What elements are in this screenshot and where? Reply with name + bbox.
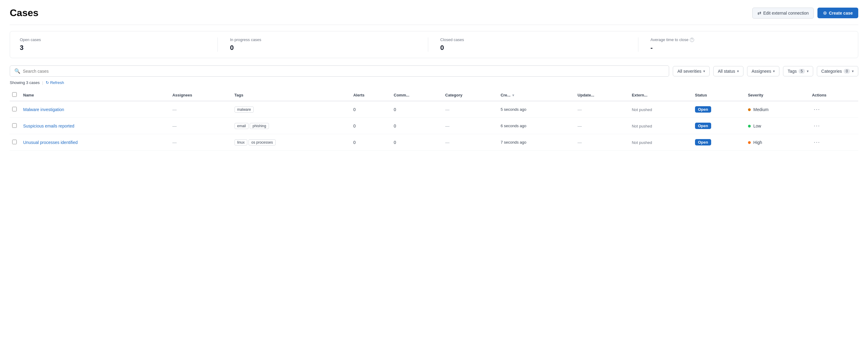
select-all-col bbox=[10, 89, 21, 101]
row-external: Not pushed bbox=[629, 134, 692, 151]
col-category: Category bbox=[443, 89, 498, 101]
row-alerts: 0 bbox=[351, 118, 391, 134]
showing-row: Showing 3 cases | ↻ Refresh bbox=[10, 81, 858, 85]
row-category: — bbox=[443, 134, 498, 151]
filters-row: 🔍 All severities ▾ All status ▾ Assignee… bbox=[10, 65, 858, 77]
row-actions: ··· bbox=[809, 118, 858, 134]
page-header: Cases ⇄ Edit external connection ⊕ Creat… bbox=[10, 7, 858, 19]
status-filter[interactable]: All status ▾ bbox=[713, 66, 743, 76]
chevron-down-icon: ▾ bbox=[737, 69, 739, 73]
connection-icon: ⇄ bbox=[757, 10, 762, 16]
row-actions-button[interactable]: ··· bbox=[812, 138, 822, 146]
row-checkbox-cell bbox=[10, 118, 21, 134]
row-actions-button[interactable]: ··· bbox=[812, 122, 822, 130]
row-actions-button[interactable]: ··· bbox=[812, 105, 822, 113]
tag-badge: phishing bbox=[250, 123, 269, 129]
chevron-down-icon: ▾ bbox=[703, 69, 705, 73]
tag-badge: malware bbox=[235, 106, 254, 113]
tags-count-badge: 5 bbox=[799, 69, 805, 74]
col-name[interactable]: Name bbox=[21, 89, 170, 101]
header-divider bbox=[10, 25, 858, 25]
row-checkbox-cell bbox=[10, 134, 21, 151]
severity-dot bbox=[748, 141, 751, 144]
col-external: Extern... bbox=[629, 89, 692, 101]
search-box[interactable]: 🔍 bbox=[10, 65, 669, 77]
table-header-row: Name Assignees Tags Alerts Comm... Categ… bbox=[10, 89, 858, 101]
row-created: 6 seconds ago bbox=[498, 118, 575, 134]
row-updated: — bbox=[575, 118, 629, 134]
row-tags: malware bbox=[232, 101, 351, 118]
assignees-filter[interactable]: Assignees ▾ bbox=[747, 66, 780, 76]
row-created: 5 seconds ago bbox=[498, 101, 575, 118]
severity-filter[interactable]: All severities ▾ bbox=[673, 66, 710, 76]
row-status: Open bbox=[692, 101, 746, 118]
avg-close-stat: Average time to close ? - bbox=[638, 37, 848, 52]
row-comments: 0 bbox=[391, 134, 443, 151]
row-severity: High bbox=[746, 134, 809, 151]
row-actions: ··· bbox=[809, 101, 858, 118]
severity-dot bbox=[748, 125, 751, 128]
row-checkbox[interactable] bbox=[12, 123, 17, 128]
col-updated: Update... bbox=[575, 89, 629, 101]
cases-table: Name Assignees Tags Alerts Comm... Categ… bbox=[10, 89, 858, 151]
edit-connection-button[interactable]: ⇄ Edit external connection bbox=[752, 8, 814, 19]
row-assignees: — bbox=[170, 118, 232, 134]
in-progress-stat: In progress cases 0 bbox=[217, 37, 428, 52]
row-updated: — bbox=[575, 101, 629, 118]
open-cases-stat: Open cases 3 bbox=[20, 37, 217, 52]
table-row: Unusual processes identified — linuxos p… bbox=[10, 134, 858, 151]
row-external: Not pushed bbox=[629, 101, 692, 118]
row-comments: 0 bbox=[391, 101, 443, 118]
severity-dot bbox=[748, 108, 751, 111]
table-row: Malware investigation — malware 0 0 — 5 … bbox=[10, 101, 858, 118]
case-link[interactable]: Unusual processes identified bbox=[23, 140, 78, 145]
row-assignees: — bbox=[170, 134, 232, 151]
stats-card: Open cases 3 In progress cases 0 Closed … bbox=[10, 31, 858, 58]
categories-filter[interactable]: Categories 0 ▾ bbox=[817, 66, 858, 76]
sort-icon: ▼ bbox=[512, 93, 515, 97]
col-alerts: Alerts bbox=[351, 89, 391, 101]
row-status: Open bbox=[692, 134, 746, 151]
row-checkbox[interactable] bbox=[12, 107, 17, 111]
col-tags: Tags bbox=[232, 89, 351, 101]
row-checkbox[interactable] bbox=[12, 140, 17, 144]
chevron-down-icon: ▾ bbox=[773, 69, 775, 73]
col-severity: Severity bbox=[746, 89, 809, 101]
search-icon: 🔍 bbox=[14, 68, 21, 74]
header-actions: ⇄ Edit external connection ⊕ Create case bbox=[752, 8, 858, 19]
row-checkbox-cell bbox=[10, 101, 21, 118]
row-external: Not pushed bbox=[629, 118, 692, 134]
select-all-checkbox[interactable] bbox=[12, 92, 17, 97]
closed-cases-stat: Closed cases 0 bbox=[428, 37, 638, 52]
row-name: Malware investigation bbox=[21, 101, 170, 118]
row-alerts: 0 bbox=[351, 101, 391, 118]
row-category: — bbox=[443, 118, 498, 134]
row-status: Open bbox=[692, 118, 746, 134]
row-created: 7 seconds ago bbox=[498, 134, 575, 151]
col-comments: Comm... bbox=[391, 89, 443, 101]
page-title: Cases bbox=[10, 7, 38, 19]
refresh-icon: ↻ bbox=[46, 81, 49, 85]
refresh-button[interactable]: ↻ Refresh bbox=[46, 81, 64, 85]
tag-badge: email bbox=[235, 123, 249, 129]
table-row: Suspicious emails reported — emailphishi… bbox=[10, 118, 858, 134]
row-assignees: — bbox=[170, 101, 232, 118]
avg-close-info-icon[interactable]: ? bbox=[690, 38, 694, 42]
create-case-button[interactable]: ⊕ Create case bbox=[817, 8, 858, 18]
tag-badge: linux bbox=[235, 139, 248, 146]
col-created[interactable]: Cre... ▼ bbox=[498, 89, 575, 101]
col-actions: Actions bbox=[809, 89, 858, 101]
case-link[interactable]: Malware investigation bbox=[23, 107, 64, 112]
tags-filter[interactable]: Tags 5 ▾ bbox=[783, 66, 813, 76]
chevron-down-icon: ▾ bbox=[852, 69, 854, 73]
categories-count-badge: 0 bbox=[844, 69, 850, 74]
case-link[interactable]: Suspicious emails reported bbox=[23, 124, 74, 128]
row-severity: Low bbox=[746, 118, 809, 134]
col-assignees: Assignees bbox=[170, 89, 232, 101]
row-comments: 0 bbox=[391, 118, 443, 134]
tag-badge: os processes bbox=[249, 139, 276, 146]
row-name: Unusual processes identified bbox=[21, 134, 170, 151]
search-input[interactable] bbox=[23, 69, 664, 74]
chevron-down-icon: ▾ bbox=[807, 69, 809, 73]
row-tags: emailphishing bbox=[232, 118, 351, 134]
